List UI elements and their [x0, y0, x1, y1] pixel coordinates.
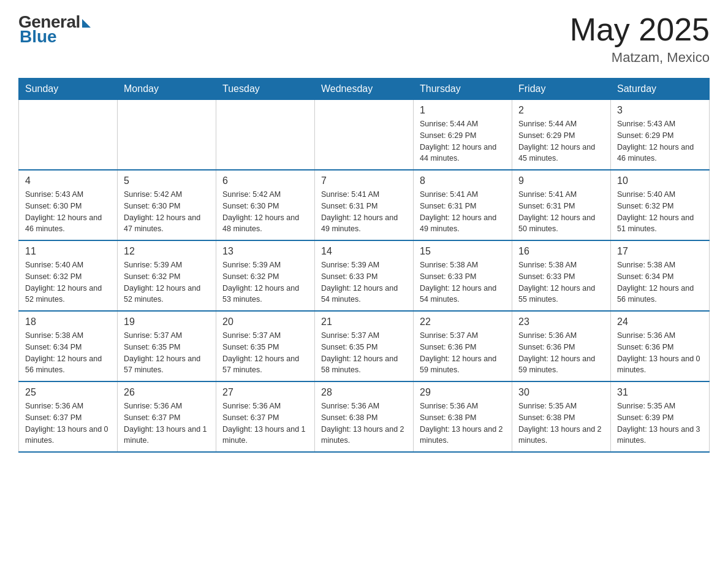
calendar-cell: 24Sunrise: 5:36 AM Sunset: 6:36 PM Dayli…	[611, 311, 710, 381]
title-block: May 2025 Matzam, Mexico	[570, 12, 710, 66]
day-info: Sunrise: 5:36 AM Sunset: 6:36 PM Dayligh…	[617, 330, 703, 376]
logo-blue-text: Blue	[20, 27, 57, 47]
header-thursday: Thursday	[414, 79, 512, 100]
calendar-cell	[216, 100, 315, 170]
calendar-cell	[315, 100, 414, 170]
logo-triangle-icon	[82, 19, 91, 28]
day-number: 17	[617, 246, 703, 257]
day-info: Sunrise: 5:36 AM Sunset: 6:38 PM Dayligh…	[420, 400, 506, 446]
day-number: 15	[420, 246, 506, 257]
calendar-cell: 3Sunrise: 5:43 AM Sunset: 6:29 PM Daylig…	[611, 100, 710, 170]
calendar-cell: 26Sunrise: 5:36 AM Sunset: 6:37 PM Dayli…	[118, 381, 216, 452]
day-number: 2	[518, 105, 604, 116]
calendar-cell: 15Sunrise: 5:38 AM Sunset: 6:33 PM Dayli…	[414, 240, 512, 311]
day-info: Sunrise: 5:37 AM Sunset: 6:35 PM Dayligh…	[321, 330, 407, 376]
day-info: Sunrise: 5:41 AM Sunset: 6:31 PM Dayligh…	[420, 189, 506, 235]
calendar-cell: 6Sunrise: 5:42 AM Sunset: 6:30 PM Daylig…	[216, 170, 315, 240]
day-number: 12	[124, 246, 210, 257]
calendar-cell: 5Sunrise: 5:42 AM Sunset: 6:30 PM Daylig…	[118, 170, 216, 240]
calendar-cell: 25Sunrise: 5:36 AM Sunset: 6:37 PM Dayli…	[19, 381, 118, 452]
page-header: General Blue May 2025 Matzam, Mexico	[18, 12, 710, 66]
calendar-cell: 27Sunrise: 5:36 AM Sunset: 6:37 PM Dayli…	[216, 381, 315, 452]
day-info: Sunrise: 5:41 AM Sunset: 6:31 PM Dayligh…	[321, 189, 407, 235]
header-saturday: Saturday	[611, 79, 710, 100]
calendar-table: SundayMondayTuesdayWednesdayThursdayFrid…	[18, 78, 710, 453]
day-info: Sunrise: 5:40 AM Sunset: 6:32 PM Dayligh…	[25, 259, 111, 305]
day-info: Sunrise: 5:38 AM Sunset: 6:34 PM Dayligh…	[25, 330, 111, 376]
day-info: Sunrise: 5:36 AM Sunset: 6:36 PM Dayligh…	[518, 330, 604, 376]
day-info: Sunrise: 5:41 AM Sunset: 6:31 PM Dayligh…	[518, 189, 604, 235]
day-number: 30	[518, 387, 604, 398]
day-info: Sunrise: 5:38 AM Sunset: 6:33 PM Dayligh…	[518, 259, 604, 305]
calendar-cell: 22Sunrise: 5:37 AM Sunset: 6:36 PM Dayli…	[414, 311, 512, 381]
day-info: Sunrise: 5:38 AM Sunset: 6:34 PM Dayligh…	[617, 259, 703, 305]
day-number: 10	[617, 175, 703, 186]
day-number: 21	[321, 316, 407, 327]
calendar-cell: 31Sunrise: 5:35 AM Sunset: 6:39 PM Dayli…	[611, 381, 710, 452]
day-number: 11	[25, 246, 111, 257]
day-number: 22	[420, 316, 506, 327]
day-number: 16	[518, 246, 604, 257]
calendar-cell: 19Sunrise: 5:37 AM Sunset: 6:35 PM Dayli…	[118, 311, 216, 381]
calendar-cell	[19, 100, 118, 170]
day-number: 20	[222, 316, 308, 327]
month-year-title: May 2025	[570, 12, 710, 47]
day-number: 14	[321, 246, 407, 257]
calendar-cell: 20Sunrise: 5:37 AM Sunset: 6:35 PM Dayli…	[216, 311, 315, 381]
day-info: Sunrise: 5:43 AM Sunset: 6:29 PM Dayligh…	[617, 118, 703, 164]
day-number: 26	[124, 387, 210, 398]
calendar-cell: 28Sunrise: 5:36 AM Sunset: 6:38 PM Dayli…	[315, 381, 414, 452]
calendar-cell: 29Sunrise: 5:36 AM Sunset: 6:38 PM Dayli…	[414, 381, 512, 452]
header-friday: Friday	[512, 79, 611, 100]
day-number: 4	[25, 175, 111, 186]
calendar-cell: 9Sunrise: 5:41 AM Sunset: 6:31 PM Daylig…	[512, 170, 611, 240]
day-number: 7	[321, 175, 407, 186]
day-number: 23	[518, 316, 604, 327]
day-number: 1	[420, 105, 506, 116]
day-number: 27	[222, 387, 308, 398]
week-row-1: 1Sunrise: 5:44 AM Sunset: 6:29 PM Daylig…	[19, 100, 710, 170]
calendar-cell: 4Sunrise: 5:43 AM Sunset: 6:30 PM Daylig…	[19, 170, 118, 240]
day-number: 6	[222, 175, 308, 186]
day-number: 24	[617, 316, 703, 327]
calendar-header-row: SundayMondayTuesdayWednesdayThursdayFrid…	[19, 79, 710, 100]
calendar-cell: 16Sunrise: 5:38 AM Sunset: 6:33 PM Dayli…	[512, 240, 611, 311]
day-info: Sunrise: 5:43 AM Sunset: 6:30 PM Dayligh…	[25, 189, 111, 235]
day-info: Sunrise: 5:42 AM Sunset: 6:30 PM Dayligh…	[124, 189, 210, 235]
calendar-cell: 2Sunrise: 5:44 AM Sunset: 6:29 PM Daylig…	[512, 100, 611, 170]
header-sunday: Sunday	[19, 79, 118, 100]
day-number: 13	[222, 246, 308, 257]
day-info: Sunrise: 5:37 AM Sunset: 6:35 PM Dayligh…	[222, 330, 308, 376]
day-info: Sunrise: 5:44 AM Sunset: 6:29 PM Dayligh…	[518, 118, 604, 164]
calendar-cell	[118, 100, 216, 170]
day-number: 8	[420, 175, 506, 186]
day-info: Sunrise: 5:36 AM Sunset: 6:37 PM Dayligh…	[25, 400, 111, 446]
day-info: Sunrise: 5:37 AM Sunset: 6:36 PM Dayligh…	[420, 330, 506, 376]
calendar-cell: 23Sunrise: 5:36 AM Sunset: 6:36 PM Dayli…	[512, 311, 611, 381]
calendar-cell: 8Sunrise: 5:41 AM Sunset: 6:31 PM Daylig…	[414, 170, 512, 240]
day-info: Sunrise: 5:37 AM Sunset: 6:35 PM Dayligh…	[124, 330, 210, 376]
day-info: Sunrise: 5:39 AM Sunset: 6:32 PM Dayligh…	[222, 259, 308, 305]
logo: General Blue	[18, 12, 91, 47]
header-monday: Monday	[118, 79, 216, 100]
day-info: Sunrise: 5:36 AM Sunset: 6:38 PM Dayligh…	[321, 400, 407, 446]
day-info: Sunrise: 5:38 AM Sunset: 6:33 PM Dayligh…	[420, 259, 506, 305]
day-info: Sunrise: 5:42 AM Sunset: 6:30 PM Dayligh…	[222, 189, 308, 235]
calendar-cell: 10Sunrise: 5:40 AM Sunset: 6:32 PM Dayli…	[611, 170, 710, 240]
day-number: 18	[25, 316, 111, 327]
calendar-cell: 30Sunrise: 5:35 AM Sunset: 6:38 PM Dayli…	[512, 381, 611, 452]
day-info: Sunrise: 5:40 AM Sunset: 6:32 PM Dayligh…	[617, 189, 703, 235]
calendar-cell: 12Sunrise: 5:39 AM Sunset: 6:32 PM Dayli…	[118, 240, 216, 311]
calendar-cell: 13Sunrise: 5:39 AM Sunset: 6:32 PM Dayli…	[216, 240, 315, 311]
calendar-cell: 17Sunrise: 5:38 AM Sunset: 6:34 PM Dayli…	[611, 240, 710, 311]
day-number: 5	[124, 175, 210, 186]
calendar-cell: 7Sunrise: 5:41 AM Sunset: 6:31 PM Daylig…	[315, 170, 414, 240]
day-info: Sunrise: 5:35 AM Sunset: 6:38 PM Dayligh…	[518, 400, 604, 446]
week-row-4: 18Sunrise: 5:38 AM Sunset: 6:34 PM Dayli…	[19, 311, 710, 381]
day-number: 25	[25, 387, 111, 398]
day-info: Sunrise: 5:44 AM Sunset: 6:29 PM Dayligh…	[420, 118, 506, 164]
calendar-cell: 1Sunrise: 5:44 AM Sunset: 6:29 PM Daylig…	[414, 100, 512, 170]
day-number: 29	[420, 387, 506, 398]
header-wednesday: Wednesday	[315, 79, 414, 100]
week-row-2: 4Sunrise: 5:43 AM Sunset: 6:30 PM Daylig…	[19, 170, 710, 240]
